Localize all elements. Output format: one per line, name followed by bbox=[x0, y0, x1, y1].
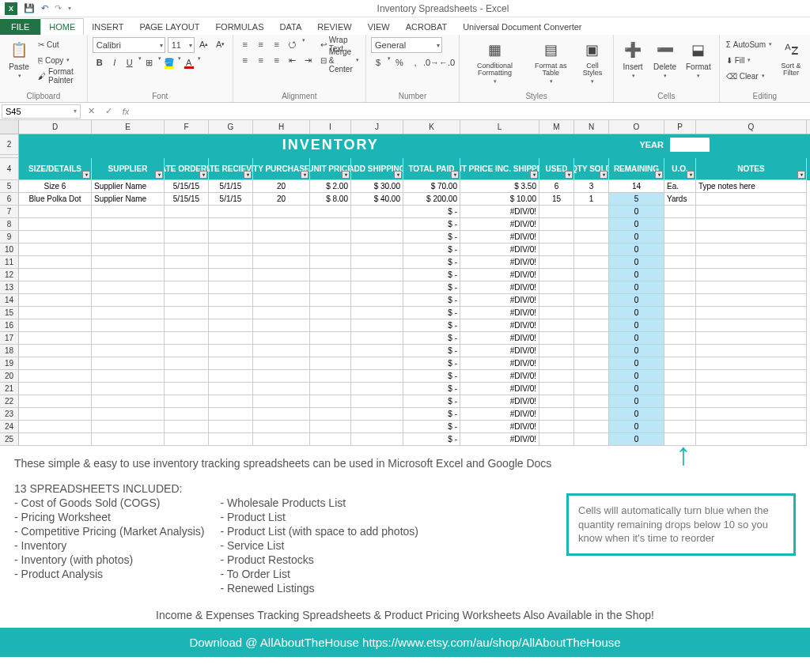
cell[interactable] bbox=[696, 256, 807, 269]
cell[interactable] bbox=[209, 357, 253, 370]
cell[interactable]: $ - bbox=[403, 433, 460, 446]
cell[interactable] bbox=[19, 218, 92, 231]
cell[interactable] bbox=[664, 332, 696, 345]
cell[interactable]: 0 bbox=[609, 357, 664, 370]
cell[interactable]: 5/15/15 bbox=[165, 180, 209, 193]
percent-button[interactable]: % bbox=[392, 55, 407, 70]
cell[interactable]: $ - bbox=[403, 281, 460, 294]
cell[interactable]: 5/1/15 bbox=[209, 180, 253, 193]
cell[interactable] bbox=[165, 383, 209, 395]
cell[interactable] bbox=[539, 206, 574, 218]
cell[interactable] bbox=[351, 345, 403, 357]
cell[interactable]: Supplier Name bbox=[92, 193, 165, 206]
cell[interactable]: #DIV/0! bbox=[460, 433, 539, 446]
cell[interactable] bbox=[664, 281, 696, 294]
cell[interactable] bbox=[696, 357, 807, 370]
cell[interactable] bbox=[92, 244, 165, 256]
cell[interactable]: #DIV/0! bbox=[460, 408, 539, 421]
cell[interactable]: 14 bbox=[609, 180, 664, 193]
cell[interactable] bbox=[310, 206, 351, 218]
cell[interactable] bbox=[351, 218, 403, 231]
cell[interactable] bbox=[310, 231, 351, 244]
cell[interactable]: $ - bbox=[403, 345, 460, 357]
decrease-font-icon[interactable]: A▾ bbox=[214, 37, 228, 51]
cell[interactable]: $ - bbox=[403, 357, 460, 370]
cell[interactable]: #DIV/0! bbox=[460, 421, 539, 433]
cell[interactable]: #DIV/0! bbox=[460, 307, 539, 319]
cell[interactable] bbox=[574, 345, 609, 357]
cell[interactable]: 0 bbox=[609, 395, 664, 408]
tab-udc[interactable]: Universal Document Converter bbox=[455, 19, 589, 35]
filter-icon[interactable] bbox=[565, 171, 573, 179]
cell[interactable] bbox=[351, 332, 403, 345]
row-header[interactable]: 24 bbox=[0, 421, 19, 433]
cell[interactable]: $ 40.00 bbox=[351, 193, 403, 206]
cell[interactable] bbox=[351, 319, 403, 332]
cell[interactable] bbox=[19, 395, 92, 408]
cell[interactable] bbox=[209, 206, 253, 218]
column-header-H[interactable]: H bbox=[253, 120, 310, 134]
cell[interactable] bbox=[209, 345, 253, 357]
column-header-L[interactable]: L bbox=[460, 120, 539, 134]
filter-icon[interactable] bbox=[600, 171, 608, 179]
cell[interactable]: $ - bbox=[403, 319, 460, 332]
row-header[interactable]: 16 bbox=[0, 319, 19, 332]
cell[interactable] bbox=[351, 269, 403, 281]
cell[interactable] bbox=[165, 206, 209, 218]
cell[interactable] bbox=[209, 256, 253, 269]
cell[interactable] bbox=[539, 307, 574, 319]
cell[interactable] bbox=[696, 383, 807, 395]
increase-decimal-button[interactable]: .0→ bbox=[424, 55, 438, 70]
cell[interactable] bbox=[351, 408, 403, 421]
cell[interactable]: 20 bbox=[253, 193, 310, 206]
cell[interactable] bbox=[310, 408, 351, 421]
cell[interactable]: $ - bbox=[403, 218, 460, 231]
insert-cells-button[interactable]: ➕Insert▾ bbox=[619, 37, 647, 81]
cell[interactable] bbox=[664, 408, 696, 421]
cell[interactable] bbox=[539, 421, 574, 433]
cell[interactable] bbox=[539, 319, 574, 332]
cell[interactable] bbox=[696, 319, 807, 332]
align-right-icon[interactable]: ≡ bbox=[270, 53, 284, 67]
column-header-cell[interactable]: SUPPLIER bbox=[92, 158, 165, 180]
cell[interactable] bbox=[253, 319, 310, 332]
cell[interactable]: #DIV/0! bbox=[460, 281, 539, 294]
cell[interactable] bbox=[696, 307, 807, 319]
cell[interactable]: Supplier Name bbox=[92, 180, 165, 193]
row-header[interactable]: 23 bbox=[0, 408, 19, 421]
cell[interactable] bbox=[209, 269, 253, 281]
cell[interactable] bbox=[574, 231, 609, 244]
cell[interactable] bbox=[664, 231, 696, 244]
column-header-F[interactable]: F bbox=[165, 120, 209, 134]
cell[interactable] bbox=[253, 421, 310, 433]
cell[interactable]: 0 bbox=[609, 206, 664, 218]
borders-button[interactable]: ⊞ bbox=[142, 55, 157, 70]
cell[interactable] bbox=[574, 269, 609, 281]
cell[interactable] bbox=[310, 433, 351, 446]
cell[interactable] bbox=[539, 244, 574, 256]
cell[interactable] bbox=[696, 421, 807, 433]
cell[interactable] bbox=[351, 231, 403, 244]
column-header-cell[interactable]: SIZE/DETAILS bbox=[19, 158, 92, 180]
cell[interactable] bbox=[664, 294, 696, 307]
cell[interactable] bbox=[310, 269, 351, 281]
cell[interactable] bbox=[92, 345, 165, 357]
undo-icon[interactable]: ↶ bbox=[41, 3, 48, 13]
cell[interactable] bbox=[92, 269, 165, 281]
cell[interactable] bbox=[165, 357, 209, 370]
filter-icon[interactable] bbox=[342, 171, 350, 179]
cell[interactable] bbox=[696, 218, 807, 231]
column-header-K[interactable]: K bbox=[403, 120, 460, 134]
cell[interactable] bbox=[310, 345, 351, 357]
cell[interactable] bbox=[696, 345, 807, 357]
cell[interactable] bbox=[664, 357, 696, 370]
align-left-icon[interactable]: ≡ bbox=[238, 53, 252, 67]
cell[interactable]: $ - bbox=[403, 307, 460, 319]
cell[interactable]: 0 bbox=[609, 231, 664, 244]
column-header-cell[interactable]: QTY SOLD bbox=[574, 158, 609, 180]
cell[interactable] bbox=[19, 370, 92, 383]
filter-icon[interactable] bbox=[530, 171, 538, 179]
cell[interactable]: $ 8.00 bbox=[310, 193, 351, 206]
cell[interactable]: 5 bbox=[609, 193, 664, 206]
row-header[interactable]: 22 bbox=[0, 395, 19, 408]
